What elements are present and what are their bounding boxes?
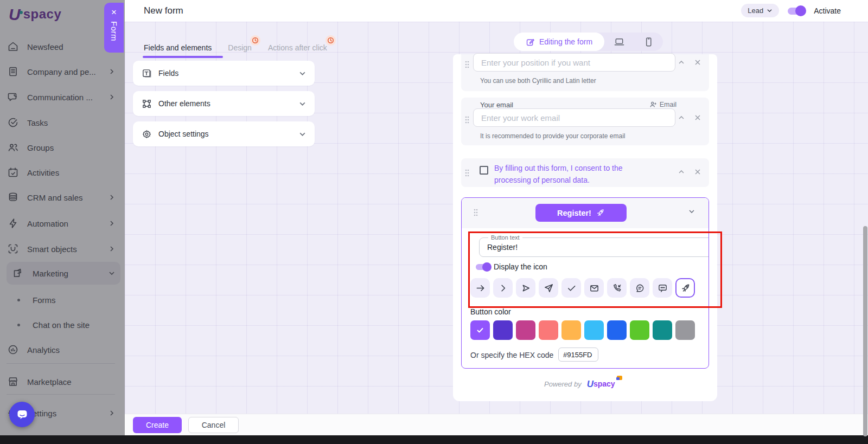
chevron-down-icon bbox=[299, 131, 306, 138]
pencil-icon bbox=[526, 37, 535, 47]
drag-handle-icon[interactable] bbox=[473, 208, 479, 217]
history-clock-icon bbox=[326, 35, 336, 46]
icon-option-check-icon[interactable] bbox=[561, 278, 581, 298]
active-tab-underline bbox=[143, 56, 223, 58]
icon-option-chat-dots-icon[interactable] bbox=[653, 278, 672, 298]
display-icon-toggle[interactable] bbox=[475, 262, 492, 272]
color-swatch[interactable] bbox=[607, 320, 627, 340]
drag-handle-icon[interactable] bbox=[464, 115, 470, 125]
icon-option-chevron-right-icon[interactable] bbox=[493, 278, 513, 298]
phone-icon[interactable] bbox=[634, 36, 663, 48]
collapse-up-icon[interactable] bbox=[678, 59, 685, 66]
main-area: New form Lead Activate Fields and elemen… bbox=[125, 0, 868, 435]
preview-mode-switch: Editing the form bbox=[514, 33, 663, 51]
chat-mark-icon bbox=[616, 377, 620, 380]
bottom-edge-strip bbox=[0, 435, 868, 444]
form-preview-card: You can use both Cyrillic and Latin lett… bbox=[453, 54, 717, 401]
accordion-other-elements[interactable]: Other elements bbox=[133, 91, 315, 116]
vertical-scrollbar[interactable] bbox=[863, 226, 867, 436]
collapse-down-icon[interactable] bbox=[688, 208, 695, 215]
remove-field-icon[interactable] bbox=[694, 168, 701, 176]
accordion-fields[interactable]: Fields bbox=[133, 61, 315, 86]
modal-dim-overlay bbox=[0, 0, 125, 435]
tab-actions-after-click[interactable]: Actions after click bbox=[268, 43, 327, 60]
text-field-icon bbox=[142, 68, 152, 79]
color-swatch[interactable] bbox=[630, 320, 649, 340]
button-text-input[interactable] bbox=[480, 238, 709, 256]
color-swatch[interactable] bbox=[516, 320, 535, 340]
activate-toggle[interactable] bbox=[787, 5, 806, 16]
icon-option-envelope-icon[interactable] bbox=[584, 278, 604, 298]
form-builder-workspace: Fields and elements Design Actions after… bbox=[125, 22, 868, 414]
color-swatch[interactable] bbox=[584, 320, 604, 340]
email-field-label: Your email bbox=[480, 101, 513, 109]
drag-handle-icon[interactable] bbox=[464, 168, 470, 178]
rocket-icon bbox=[596, 208, 605, 217]
editing-the-form-button[interactable]: Editing the form bbox=[514, 33, 604, 51]
uspacy-logo-small[interactable]: U spacy bbox=[587, 379, 615, 388]
icon-option-chat-lines-icon[interactable] bbox=[630, 278, 649, 298]
form-tab-label: Form bbox=[110, 21, 119, 41]
consent-checkbox[interactable] bbox=[480, 166, 488, 175]
color-swatch[interactable] bbox=[493, 320, 513, 340]
submit-button-block-selected: Register! Button text Display the icon bbox=[461, 197, 709, 369]
email-input[interactable] bbox=[473, 108, 675, 127]
form-panel-tab[interactable]: × Form bbox=[104, 3, 124, 53]
page-title: New form bbox=[144, 5, 183, 16]
color-swatch-selected[interactable] bbox=[470, 320, 490, 340]
tab-design[interactable]: Design bbox=[228, 43, 252, 60]
powered-by-label: Powered by bbox=[544, 380, 582, 388]
frame-icon bbox=[142, 99, 152, 109]
consent-text[interactable]: By filling out this form, I consent to t… bbox=[494, 163, 646, 186]
activate-label: Activate bbox=[814, 7, 841, 15]
chevron-down-icon bbox=[299, 70, 306, 77]
collapse-up-icon[interactable] bbox=[678, 168, 685, 176]
chat-bubble-icon bbox=[16, 408, 29, 421]
close-icon[interactable]: × bbox=[111, 8, 117, 17]
person-plus-icon bbox=[649, 101, 657, 108]
field-row-email: Your email Email It is recommended to pr… bbox=[461, 98, 709, 145]
topbar: New form Lead Activate bbox=[125, 0, 868, 22]
create-button[interactable]: Create bbox=[133, 417, 182, 433]
accordion-object-settings[interactable]: Object settings bbox=[133, 121, 315, 146]
display-icon-label: Display the icon bbox=[494, 262, 547, 271]
sidebar: U spacy Newsfeed Company and pe... Commu… bbox=[0, 0, 125, 435]
register-submit-button[interactable]: Register! bbox=[535, 204, 627, 222]
email-type-badge: Email bbox=[649, 101, 676, 108]
field-row-position: You can use both Cyrillic and Latin lett… bbox=[461, 54, 709, 91]
chevron-down-icon bbox=[767, 8, 773, 14]
position-input[interactable] bbox=[473, 53, 675, 72]
history-clock-icon bbox=[250, 35, 260, 46]
field-row-consent: By filling out this form, I consent to t… bbox=[461, 158, 709, 187]
check-icon bbox=[476, 326, 484, 334]
toggle-thumb bbox=[795, 5, 806, 16]
icon-option-paper-plane-icon[interactable] bbox=[539, 278, 558, 298]
color-swatch[interactable] bbox=[653, 320, 672, 340]
remove-field-icon[interactable] bbox=[694, 114, 701, 121]
color-swatch[interactable] bbox=[539, 320, 558, 340]
color-swatch[interactable] bbox=[675, 320, 695, 340]
chevron-down-icon bbox=[299, 100, 306, 107]
footer-bar: Create Cancel bbox=[125, 414, 868, 435]
button-text-fieldset: Button text bbox=[479, 237, 709, 257]
icon-option-send-triangle-icon[interactable] bbox=[516, 278, 535, 298]
drag-handle-icon[interactable] bbox=[464, 60, 470, 69]
hex-code-label: Or specify the HEX code bbox=[470, 351, 553, 359]
collapse-up-icon[interactable] bbox=[678, 114, 685, 121]
hex-code-input[interactable] bbox=[558, 348, 598, 362]
email-hint: It is recommended to provide your corpor… bbox=[480, 132, 625, 140]
laptop-icon[interactable] bbox=[604, 36, 634, 48]
icon-option-rocket-icon-selected[interactable] bbox=[675, 278, 695, 298]
button-color-label: Button color bbox=[470, 307, 511, 316]
position-hint: You can use both Cyrillic and Latin lett… bbox=[480, 77, 596, 85]
icon-option-phone-incoming-icon[interactable] bbox=[607, 278, 627, 298]
color-swatch[interactable] bbox=[561, 320, 581, 340]
support-chat-launcher[interactable] bbox=[9, 402, 35, 427]
toggle-thumb bbox=[482, 262, 492, 272]
cancel-button[interactable]: Cancel bbox=[188, 417, 239, 433]
entity-select[interactable]: Lead bbox=[741, 4, 779, 17]
gear-icon bbox=[142, 129, 152, 139]
app-window: U spacy Newsfeed Company and pe... Commu… bbox=[0, 0, 868, 444]
icon-option-arrow-right-icon[interactable] bbox=[470, 278, 490, 298]
remove-field-icon[interactable] bbox=[694, 59, 701, 66]
